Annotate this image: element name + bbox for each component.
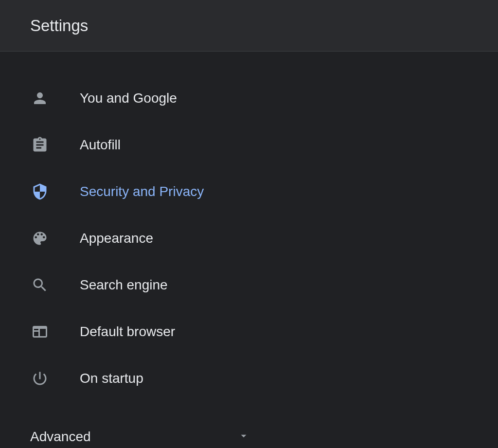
sidebar-item-label: Search engine: [80, 277, 168, 293]
sidebar-item-security-privacy[interactable]: Security and Privacy: [0, 168, 498, 215]
palette-icon: [30, 229, 50, 248]
shield-icon: [30, 182, 50, 201]
settings-header: Settings: [0, 0, 498, 52]
sidebar-item-label: On startup: [80, 371, 143, 386]
sidebar-item-appearance[interactable]: Appearance: [0, 215, 498, 262]
browser-icon: [30, 322, 50, 341]
sidebar-item-label: Appearance: [80, 231, 153, 246]
settings-sidebar: You and Google Autofill Security and Pri…: [0, 52, 498, 448]
sidebar-item-search-engine[interactable]: Search engine: [0, 262, 498, 308]
chevron-down-icon: [237, 430, 250, 444]
sidebar-item-autofill[interactable]: Autofill: [0, 122, 498, 168]
search-icon: [30, 275, 50, 295]
sidebar-item-on-startup[interactable]: On startup: [0, 355, 498, 402]
sidebar-item-label: Default browser: [80, 324, 175, 340]
clipboard-icon: [30, 135, 50, 155]
sidebar-advanced-toggle[interactable]: Advanced: [0, 413, 498, 448]
sidebar-item-label: You and Google: [80, 90, 177, 106]
sidebar-item-you-and-google[interactable]: You and Google: [0, 75, 498, 122]
person-icon: [30, 89, 50, 108]
sidebar-item-default-browser[interactable]: Default browser: [0, 308, 498, 355]
sidebar-item-label: Autofill: [80, 137, 121, 153]
power-icon: [30, 369, 50, 388]
sidebar-item-label: Security and Privacy: [80, 184, 204, 199]
advanced-label: Advanced: [30, 429, 91, 445]
page-title: Settings: [30, 17, 88, 35]
